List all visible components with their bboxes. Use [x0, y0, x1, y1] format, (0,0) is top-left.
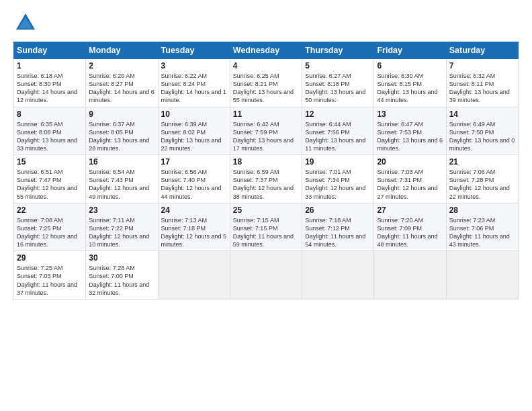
day-number: 12 [305, 109, 371, 119]
day-number: 30 [89, 253, 154, 263]
day-number: 15 [17, 157, 83, 167]
header-cell-wednesday: Wednesday [230, 42, 302, 59]
day-info: Sunrise: 7:28 AMSunset: 7:00 PMDaylight:… [89, 264, 154, 297]
week-row-2: 8Sunrise: 6:35 AMSunset: 8:08 PMDaylight… [14, 107, 519, 155]
calendar-page: SundayMondayTuesdayWednesdayThursdayFrid… [0, 0, 532, 411]
day-info: Sunrise: 6:37 AMSunset: 8:05 PMDaylight:… [89, 120, 154, 153]
day-number: 18 [233, 157, 299, 167]
day-number: 4 [233, 61, 299, 71]
day-cell: 21Sunrise: 7:06 AMSunset: 7:28 PMDayligh… [446, 155, 518, 203]
day-info: Sunrise: 6:44 AMSunset: 7:56 PMDaylight:… [305, 120, 371, 153]
day-cell: 24Sunrise: 7:13 AMSunset: 7:18 PMDayligh… [158, 203, 230, 251]
day-number: 6 [377, 61, 443, 71]
day-cell: 17Sunrise: 6:56 AMSunset: 7:40 PMDayligh… [158, 155, 230, 203]
day-number: 8 [17, 109, 83, 119]
day-cell: 25Sunrise: 7:15 AMSunset: 7:15 PMDayligh… [230, 203, 302, 251]
day-number: 5 [305, 61, 371, 71]
day-info: Sunrise: 6:25 AMSunset: 8:21 PMDaylight:… [233, 72, 299, 105]
day-number: 9 [89, 109, 154, 119]
day-cell: 15Sunrise: 6:51 AMSunset: 7:47 PMDayligh… [14, 155, 86, 203]
day-info: Sunrise: 6:54 AMSunset: 7:43 PMDaylight:… [89, 168, 154, 201]
day-info: Sunrise: 6:18 AMSunset: 8:30 PMDaylight:… [17, 72, 83, 105]
header-cell-thursday: Thursday [302, 42, 374, 59]
day-cell: 22Sunrise: 7:08 AMSunset: 7:25 PMDayligh… [14, 203, 86, 251]
day-info: Sunrise: 6:51 AMSunset: 7:47 PMDaylight:… [17, 168, 83, 201]
day-cell: 23Sunrise: 7:11 AMSunset: 7:22 PMDayligh… [86, 203, 158, 251]
day-cell [302, 251, 374, 300]
day-number: 20 [377, 157, 443, 167]
day-info: Sunrise: 6:32 AMSunset: 8:11 PMDaylight:… [449, 72, 515, 105]
week-row-4: 22Sunrise: 7:08 AMSunset: 7:25 PMDayligh… [14, 203, 519, 251]
day-cell: 8Sunrise: 6:35 AMSunset: 8:08 PMDaylight… [14, 107, 86, 155]
day-info: Sunrise: 7:15 AMSunset: 7:15 PMDaylight:… [233, 216, 299, 249]
day-info: Sunrise: 6:22 AMSunset: 8:24 PMDaylight:… [161, 72, 227, 105]
day-cell [446, 251, 518, 300]
header-cell-friday: Friday [374, 42, 446, 59]
day-cell: 2Sunrise: 6:20 AMSunset: 8:27 PMDaylight… [86, 59, 158, 107]
day-info: Sunrise: 6:59 AMSunset: 7:37 PMDaylight:… [233, 168, 299, 201]
day-number: 24 [161, 205, 227, 215]
day-number: 7 [449, 61, 515, 71]
day-info: Sunrise: 7:01 AMSunset: 7:34 PMDaylight:… [305, 168, 371, 201]
day-info: Sunrise: 6:20 AMSunset: 8:27 PMDaylight:… [89, 72, 154, 105]
day-info: Sunrise: 7:06 AMSunset: 7:28 PMDaylight:… [449, 168, 515, 201]
day-info: Sunrise: 6:35 AMSunset: 8:08 PMDaylight:… [17, 120, 83, 153]
day-cell: 6Sunrise: 6:30 AMSunset: 8:15 PMDaylight… [374, 59, 446, 107]
day-number: 14 [449, 109, 515, 119]
day-number: 2 [89, 61, 154, 71]
day-info: Sunrise: 7:11 AMSunset: 7:22 PMDaylight:… [89, 216, 154, 249]
day-number: 19 [305, 157, 371, 167]
calendar-table: SundayMondayTuesdayWednesdayThursdayFrid… [13, 42, 519, 300]
day-number: 26 [305, 205, 371, 215]
day-number: 10 [161, 109, 227, 119]
calendar-header-row: SundayMondayTuesdayWednesdayThursdayFrid… [14, 42, 519, 59]
day-info: Sunrise: 6:39 AMSunset: 8:02 PMDaylight:… [161, 120, 227, 153]
day-cell: 5Sunrise: 6:27 AMSunset: 8:18 PMDaylight… [302, 59, 374, 107]
day-cell: 1Sunrise: 6:18 AMSunset: 8:30 PMDaylight… [14, 59, 86, 107]
logo [13, 11, 40, 35]
day-cell [158, 251, 230, 300]
day-cell: 19Sunrise: 7:01 AMSunset: 7:34 PMDayligh… [302, 155, 374, 203]
day-cell: 26Sunrise: 7:18 AMSunset: 7:12 PMDayligh… [302, 203, 374, 251]
day-cell: 10Sunrise: 6:39 AMSunset: 8:02 PMDayligh… [158, 107, 230, 155]
day-cell: 13Sunrise: 6:47 AMSunset: 7:53 PMDayligh… [374, 107, 446, 155]
week-row-1: 1Sunrise: 6:18 AMSunset: 8:30 PMDaylight… [14, 59, 519, 107]
header-cell-tuesday: Tuesday [158, 42, 230, 59]
day-info: Sunrise: 6:42 AMSunset: 7:59 PMDaylight:… [233, 120, 299, 153]
day-cell [374, 251, 446, 300]
day-info: Sunrise: 6:47 AMSunset: 7:53 PMDaylight:… [377, 120, 443, 153]
day-cell [230, 251, 302, 300]
day-number: 29 [17, 253, 83, 263]
header-cell-sunday: Sunday [14, 42, 86, 59]
day-info: Sunrise: 6:56 AMSunset: 7:40 PMDaylight:… [161, 168, 227, 201]
day-info: Sunrise: 6:27 AMSunset: 8:18 PMDaylight:… [305, 72, 371, 105]
day-cell: 30Sunrise: 7:28 AMSunset: 7:00 PMDayligh… [86, 251, 158, 300]
calendar-body: 1Sunrise: 6:18 AMSunset: 8:30 PMDaylight… [14, 59, 519, 300]
logo-icon [13, 11, 38, 35]
day-info: Sunrise: 6:30 AMSunset: 8:15 PMDaylight:… [377, 72, 443, 105]
week-row-5: 29Sunrise: 7:25 AMSunset: 7:03 PMDayligh… [14, 251, 519, 300]
day-cell: 14Sunrise: 6:49 AMSunset: 7:50 PMDayligh… [446, 107, 518, 155]
day-info: Sunrise: 7:23 AMSunset: 7:06 PMDaylight:… [449, 216, 515, 249]
day-number: 17 [161, 157, 227, 167]
day-info: Sunrise: 7:03 AMSunset: 7:31 PMDaylight:… [377, 168, 443, 201]
day-number: 27 [377, 205, 443, 215]
day-cell: 11Sunrise: 6:42 AMSunset: 7:59 PMDayligh… [230, 107, 302, 155]
day-info: Sunrise: 7:18 AMSunset: 7:12 PMDaylight:… [305, 216, 371, 249]
day-cell: 12Sunrise: 6:44 AMSunset: 7:56 PMDayligh… [302, 107, 374, 155]
header [13, 11, 519, 35]
day-number: 1 [17, 61, 83, 71]
day-cell: 27Sunrise: 7:20 AMSunset: 7:09 PMDayligh… [374, 203, 446, 251]
day-cell: 29Sunrise: 7:25 AMSunset: 7:03 PMDayligh… [14, 251, 86, 300]
day-cell: 7Sunrise: 6:32 AMSunset: 8:11 PMDaylight… [446, 59, 518, 107]
day-number: 3 [161, 61, 227, 71]
day-cell: 4Sunrise: 6:25 AMSunset: 8:21 PMDaylight… [230, 59, 302, 107]
day-cell: 20Sunrise: 7:03 AMSunset: 7:31 PMDayligh… [374, 155, 446, 203]
day-cell: 16Sunrise: 6:54 AMSunset: 7:43 PMDayligh… [86, 155, 158, 203]
day-info: Sunrise: 7:08 AMSunset: 7:25 PMDaylight:… [17, 216, 83, 249]
day-number: 16 [89, 157, 154, 167]
day-number: 23 [89, 205, 154, 215]
day-info: Sunrise: 7:20 AMSunset: 7:09 PMDaylight:… [377, 216, 443, 249]
header-cell-saturday: Saturday [446, 42, 518, 59]
day-info: Sunrise: 6:49 AMSunset: 7:50 PMDaylight:… [449, 120, 515, 153]
